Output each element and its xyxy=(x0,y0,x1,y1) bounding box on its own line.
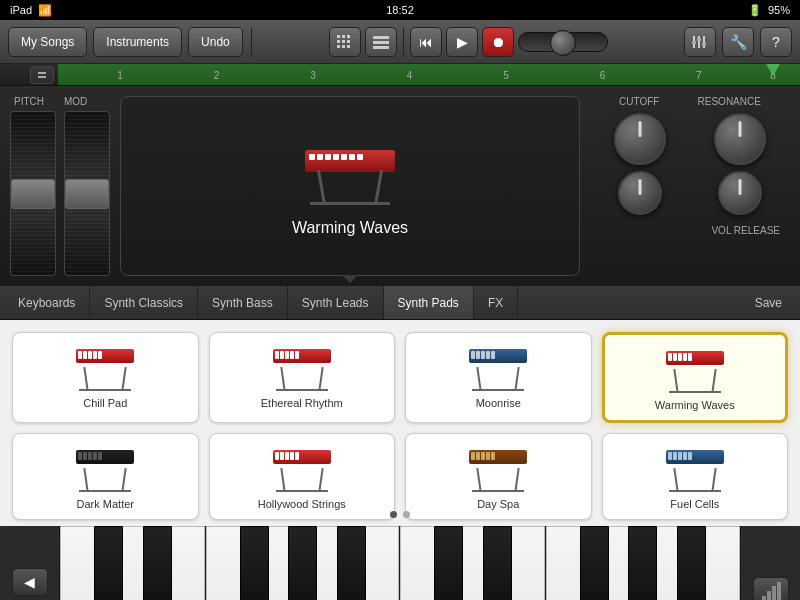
black-key-11[interactable] xyxy=(628,526,657,600)
preset-hollywood-strings-thumb xyxy=(267,444,337,494)
page-dot-1[interactable] xyxy=(390,511,397,518)
black-key-4[interactable] xyxy=(288,526,317,600)
status-bar: iPad 📶 18:52 🔋 95% xyxy=(0,0,800,20)
black-key-12[interactable] xyxy=(677,526,706,600)
svg-rect-10 xyxy=(373,41,389,44)
preset-warming-waves[interactable]: Warming Waves xyxy=(602,332,789,423)
rewind-button[interactable]: ⏮ xyxy=(410,27,442,57)
preset-dark-matter-label: Dark Matter xyxy=(77,498,134,511)
preset-day-spa[interactable]: Day Spa xyxy=(405,433,592,520)
view-list-button[interactable] xyxy=(365,27,397,57)
instruments-button[interactable]: Instruments xyxy=(93,27,182,57)
tab-keyboards[interactable]: Keyboards xyxy=(4,286,90,319)
piano-keys[interactable]: C3 // We'll render black keys inline xyxy=(60,526,740,600)
resonance-knob-2[interactable] xyxy=(718,171,762,215)
black-key-8[interactable] xyxy=(483,526,512,600)
preset-moonrise-thumb xyxy=(463,343,533,393)
black-key-3[interactable] xyxy=(240,526,269,600)
octave-down-button[interactable]: ◀ xyxy=(12,568,48,596)
svg-rect-13 xyxy=(692,41,696,44)
synth-area: PITCH MOD xyxy=(0,86,800,286)
toolbar-separator-2 xyxy=(403,27,404,57)
mixer-button[interactable] xyxy=(684,27,716,57)
mod-slider[interactable] xyxy=(64,111,110,276)
pitch-label: PITCH xyxy=(14,96,44,107)
pagination xyxy=(390,511,410,518)
cutoff-knob-2[interactable] xyxy=(618,171,662,215)
knobs-section: CUTOFF RESONANCE VOL RELEASE xyxy=(590,96,790,276)
black-key-10[interactable] xyxy=(580,526,609,600)
svg-rect-8 xyxy=(347,45,350,48)
knobs-labels: CUTOFF RESONANCE xyxy=(590,96,790,107)
ipad-label: iPad xyxy=(10,4,32,16)
transport-group: ⏮ ▶ ⏺ xyxy=(329,27,608,57)
black-key-1[interactable] xyxy=(143,526,172,600)
black-key-0[interactable] xyxy=(94,526,123,600)
black-key-7[interactable] xyxy=(434,526,463,600)
tab-synth-leads[interactable]: Synth Leads xyxy=(288,286,384,319)
preset-day-spa-label: Day Spa xyxy=(477,498,519,511)
page-dot-2[interactable] xyxy=(403,511,410,518)
preset-day-spa-thumb xyxy=(463,444,533,494)
undo-button[interactable]: Undo xyxy=(188,27,243,57)
svg-rect-5 xyxy=(347,40,350,43)
mini-keyboard-icon-2 xyxy=(270,345,334,391)
preset-tabs: Keyboards Synth Classics Synth Bass Synt… xyxy=(0,286,800,320)
preset-fuel-cells[interactable]: Fuel Cells xyxy=(602,433,789,520)
svg-rect-2 xyxy=(347,35,350,38)
cutoff-label: CUTOFF xyxy=(619,96,659,107)
status-right: 🔋 95% xyxy=(748,4,790,17)
preset-warming-waves-label: Warming Waves xyxy=(655,399,735,412)
save-preset-button[interactable]: Save xyxy=(741,286,796,319)
vol-release-label: VOL RELEASE xyxy=(590,225,790,236)
mini-keyboard-icon-3 xyxy=(466,345,530,391)
tab-synth-bass[interactable]: Synth Bass xyxy=(198,286,288,319)
preset-chill-pad[interactable]: Chill Pad xyxy=(12,332,199,423)
preset-ethereal-rhythm-thumb xyxy=(267,343,337,393)
resonance-knob[interactable] xyxy=(714,113,766,165)
preset-hollywood-strings-label: Hollywood Strings xyxy=(258,498,346,511)
preset-ethereal-rhythm[interactable]: Ethereal Rhythm xyxy=(209,332,396,423)
preset-ethereal-rhythm-label: Ethereal Rhythm xyxy=(261,397,343,410)
preset-moonrise[interactable]: Moonrise xyxy=(405,332,592,423)
knobs-top-row xyxy=(590,113,790,165)
wifi-icon: 📶 xyxy=(38,4,52,17)
settings-button[interactable]: 🔧 xyxy=(722,27,754,57)
tempo-slider[interactable] xyxy=(518,32,608,52)
arpeggiator-button[interactable] xyxy=(753,577,789,600)
svg-rect-16 xyxy=(703,36,705,48)
knobs-bottom-row xyxy=(590,171,790,215)
tempo-knob[interactable] xyxy=(550,30,576,56)
play-button[interactable]: ▶ xyxy=(446,27,478,57)
cutoff-knob[interactable] xyxy=(614,113,666,165)
preset-hollywood-strings[interactable]: Hollywood Strings xyxy=(209,433,396,520)
tab-synth-pads[interactable]: Synth Pads xyxy=(384,286,474,319)
black-key-5[interactable] xyxy=(337,526,366,600)
preset-dark-matter[interactable]: Dark Matter xyxy=(12,433,199,520)
resonance-label: RESONANCE xyxy=(698,96,761,107)
svg-rect-20 xyxy=(762,596,766,600)
instrument-display[interactable]: Warming Waves xyxy=(120,96,580,276)
mod-label: MOD xyxy=(64,96,87,107)
mixer-icon xyxy=(692,34,708,50)
battery-icon: 🔋 xyxy=(748,4,762,17)
help-button[interactable]: ? xyxy=(760,27,792,57)
mini-keyboard-icon-6 xyxy=(270,446,334,492)
tab-synth-classics[interactable]: Synth Classics xyxy=(90,286,198,319)
svg-rect-23 xyxy=(777,582,781,600)
battery-percent: 95% xyxy=(768,4,790,16)
pitch-mod-section: PITCH MOD xyxy=(10,96,110,276)
record-button[interactable]: ⏺ xyxy=(482,27,514,57)
preset-fuel-cells-thumb xyxy=(660,444,730,494)
timeline-icon xyxy=(36,69,48,81)
pitch-slider[interactable] xyxy=(10,111,56,276)
view-tracks-button[interactable] xyxy=(329,27,361,57)
my-songs-button[interactable]: My Songs xyxy=(8,27,87,57)
preset-chill-pad-label: Chill Pad xyxy=(83,397,127,410)
timeline-track[interactable]: 1 2 3 4 5 6 7 8 xyxy=(58,64,800,85)
tab-fx[interactable]: FX xyxy=(474,286,518,319)
right-controls xyxy=(740,526,800,600)
svg-rect-18 xyxy=(38,72,46,74)
instrument-preview xyxy=(290,135,410,215)
tracks-grid-icon xyxy=(337,35,353,49)
